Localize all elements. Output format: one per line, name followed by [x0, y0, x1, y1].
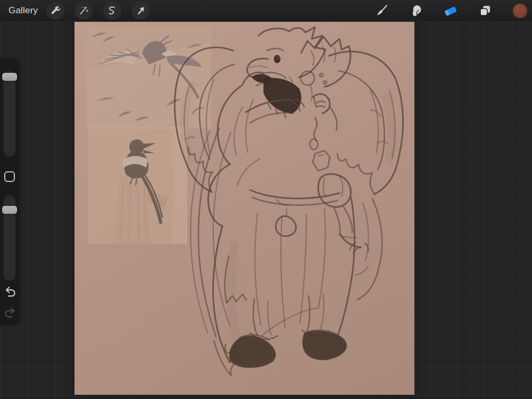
smudge-button[interactable] — [408, 2, 425, 19]
brush-size-handle[interactable] — [2, 73, 17, 81]
brush-size-slider[interactable] — [3, 70, 16, 156]
color-swatch[interactable] — [513, 4, 527, 18]
selection-s-icon — [107, 5, 118, 16]
eraser-icon — [444, 4, 458, 18]
procreate-app: { "toolbar": { "gallery_label": "Gallery… — [0, 0, 532, 399]
undo-button[interactable] — [4, 286, 16, 299]
redo-icon — [4, 306, 16, 321]
selection-button[interactable] — [103, 2, 121, 20]
layers-icon — [479, 4, 492, 17]
transform-button[interactable] — [131, 2, 149, 20]
actions-button[interactable] — [46, 2, 64, 20]
undo-icon — [4, 285, 16, 300]
layers-button[interactable] — [477, 2, 494, 19]
adjustments-button[interactable] — [74, 2, 93, 20]
redo-button[interactable] — [4, 307, 16, 320]
smudge-finger-icon — [410, 4, 422, 17]
wrench-icon — [50, 5, 61, 16]
transform-arrow-icon — [135, 5, 146, 16]
paintbrush-icon — [376, 4, 388, 17]
modify-button[interactable] — [4, 171, 15, 182]
drawing-canvas[interactable] — [74, 22, 414, 395]
erase-button[interactable] — [442, 2, 459, 19]
magic-wand-icon — [78, 5, 89, 16]
sidebar — [0, 59, 20, 326]
perched-magpie-photo — [88, 127, 187, 244]
opacity-handle[interactable] — [2, 206, 17, 214]
paint-button[interactable] — [373, 2, 390, 19]
top-toolbar: Gallery — [0, 0, 532, 21]
gallery-button[interactable]: Gallery — [9, 0, 38, 21]
